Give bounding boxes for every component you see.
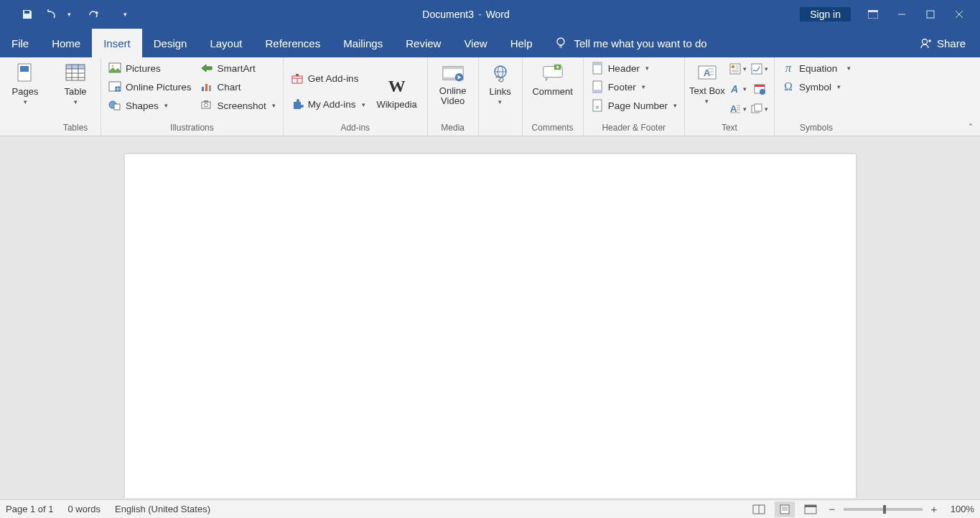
wikipedia-button[interactable]: W Wikipedia — [371, 73, 423, 110]
shapes-icon — [108, 99, 121, 112]
screenshot-icon — [200, 99, 213, 112]
page-number-button[interactable]: # Page Number ▾ — [588, 98, 680, 113]
pages-button[interactable]: Pages ▾ — [4, 60, 46, 105]
zoom-in-button[interactable]: + — [928, 503, 940, 515]
zoom-slider[interactable] — [844, 508, 923, 511]
footer-button[interactable]: Footer ▾ — [588, 79, 680, 95]
text-box-icon: A — [696, 62, 719, 85]
status-page[interactable]: Page 1 of 1 — [6, 504, 54, 514]
share-button[interactable]: Share — [920, 29, 980, 57]
get-addins-button[interactable]: Get Add-ins — [288, 71, 368, 87]
lightbulb-icon — [554, 37, 567, 50]
wikipedia-icon: W — [386, 75, 409, 98]
svg-rect-51 — [593, 90, 602, 93]
group-text-label: Text — [689, 123, 770, 134]
svg-rect-76 — [755, 104, 762, 111]
chevron-down-icon: ▾ — [837, 83, 841, 90]
svg-rect-38 — [443, 67, 463, 70]
screenshot-label: Screenshot — [218, 100, 266, 111]
ribbon-display-icon[interactable] — [867, 8, 879, 21]
group-media-label: Media — [432, 123, 474, 134]
chevron-down-icon: ▾ — [272, 102, 276, 109]
svg-text:#: # — [595, 104, 599, 110]
minimize-icon[interactable] — [895, 8, 908, 21]
table-button[interactable]: Table ▾ — [55, 60, 96, 105]
tab-design[interactable]: Design — [142, 29, 199, 57]
quick-access-toolbar: ▾ ▾ — [0, 7, 132, 22]
pages-label: Pages — [12, 86, 39, 97]
group-media: Online Video Media — [428, 57, 479, 136]
qat-customize-icon[interactable]: ▾ — [118, 7, 132, 22]
svg-text:A: A — [730, 83, 738, 95]
chevron-down-icon: ▾ — [24, 98, 27, 105]
quick-parts-button[interactable]: ▾ — [728, 60, 748, 77]
status-language[interactable]: English (United States) — [115, 504, 210, 514]
shapes-button[interactable]: Shapes ▾ — [106, 98, 195, 113]
date-time-button[interactable] — [750, 80, 770, 98]
signature-line-button[interactable]: ▾ — [750, 60, 770, 77]
document-page[interactable] — [125, 154, 856, 498]
title-bar: ▾ ▾ Document3-Word Sign in — [0, 0, 980, 29]
tab-review[interactable]: Review — [394, 29, 452, 57]
print-layout-button[interactable] — [775, 501, 795, 517]
my-addins-button[interactable]: My Add-ins ▾ — [288, 97, 368, 113]
status-word-count[interactable]: 0 words — [68, 504, 101, 514]
svg-rect-32 — [204, 100, 208, 103]
chevron-down-icon: ▾ — [645, 65, 649, 72]
tab-view[interactable]: View — [452, 29, 498, 57]
object-button[interactable]: ▾ — [750, 100, 770, 118]
group-links-label — [483, 123, 518, 134]
read-mode-button[interactable] — [749, 501, 769, 517]
chart-button[interactable]: Chart — [197, 79, 279, 95]
web-layout-button[interactable] — [801, 501, 821, 517]
group-text: A Text Box ▾ ▾ ▾ A▾ A▾ ▾ Text — [685, 57, 775, 136]
pictures-button[interactable]: Pictures — [106, 60, 195, 76]
online-video-button[interactable]: Online Video — [432, 60, 474, 107]
share-label: Share — [937, 37, 966, 50]
undo-icon[interactable] — [45, 7, 59, 22]
video-icon — [442, 62, 465, 85]
tell-me-search[interactable]: Tell me what you want to do — [544, 29, 707, 57]
wikipedia-label: Wikipedia — [376, 99, 416, 110]
text-box-label: Text Box — [689, 86, 725, 96]
tab-references[interactable]: References — [253, 29, 332, 57]
table-label: Table — [64, 86, 86, 97]
tab-layout[interactable]: Layout — [198, 29, 253, 57]
header-button[interactable]: Header ▾ — [588, 60, 680, 76]
drop-cap-button[interactable]: A▾ — [728, 100, 748, 118]
symbol-button[interactable]: Ω Symbol ▾ — [779, 79, 854, 95]
smartart-icon — [200, 62, 213, 75]
equation-button[interactable]: π Equation ▾ — [779, 60, 854, 76]
ribbon-tabs: File Home Insert Design Layout Reference… — [0, 29, 980, 57]
screenshot-button[interactable]: Screenshot ▾ — [197, 98, 279, 113]
svg-rect-20 — [66, 65, 85, 69]
sign-in-button[interactable]: Sign in — [800, 7, 851, 22]
pages-icon — [14, 62, 37, 85]
tab-help[interactable]: Help — [499, 29, 544, 57]
zoom-out-button[interactable]: − — [826, 503, 838, 515]
tab-home[interactable]: Home — [40, 29, 92, 57]
tab-insert[interactable]: Insert — [92, 29, 142, 57]
zoom-level[interactable]: 100% — [946, 504, 974, 514]
wordart-button[interactable]: A▾ — [728, 80, 748, 98]
online-pictures-button[interactable]: Online Pictures — [106, 79, 195, 95]
redo-icon[interactable] — [86, 7, 101, 22]
tab-mailings[interactable]: Mailings — [332, 29, 394, 57]
comment-button[interactable]: Comment — [527, 60, 579, 97]
svg-rect-27 — [202, 87, 204, 91]
close-icon[interactable] — [953, 8, 966, 21]
maximize-icon[interactable] — [924, 8, 937, 21]
my-addins-label: My Add-ins — [308, 99, 356, 110]
collapse-ribbon-icon[interactable]: ˄ — [969, 123, 973, 133]
tab-file[interactable]: File — [0, 29, 40, 57]
comment-label: Comment — [532, 86, 572, 97]
smartart-button[interactable]: SmartArt — [197, 60, 279, 76]
undo-dropdown-icon[interactable]: ▾ — [62, 7, 76, 22]
save-icon[interactable] — [20, 7, 34, 22]
svg-rect-68 — [755, 85, 765, 87]
document-name: Document3 — [422, 9, 474, 20]
group-addins-label: Add-ins — [288, 123, 423, 134]
window-title: Document3-Word — [132, 9, 800, 20]
text-box-button[interactable]: A Text Box ▾ — [689, 60, 725, 105]
links-button[interactable]: Links ▾ — [483, 60, 518, 105]
